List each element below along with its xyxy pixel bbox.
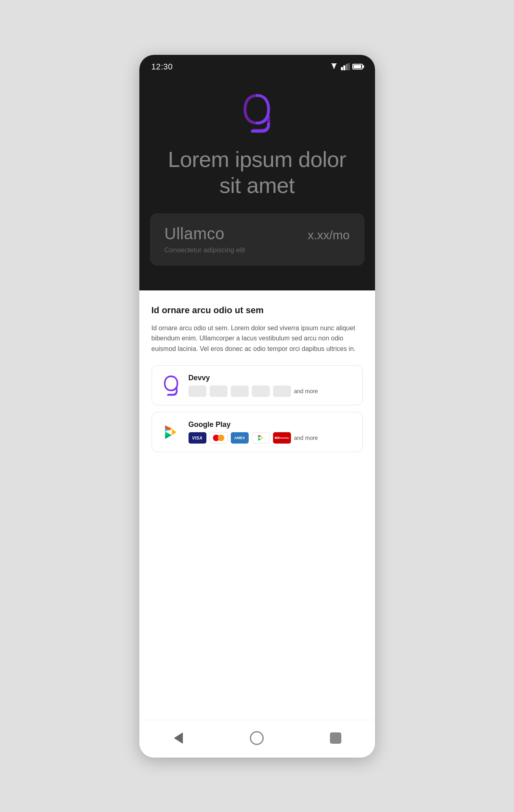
svg-rect-2 [346,64,348,70]
phone-frame: 12:30 [139,55,375,758]
svg-rect-1 [343,65,345,70]
pricing-subtitle: Consectetur adipiscing elit [165,246,350,254]
status-icons [330,63,363,70]
devvy-methods: and more [189,385,354,397]
hero-text: Lorem ipsum dolor sit amet [139,146,375,199]
nav-recents-button[interactable] [325,728,346,749]
home-icon [250,731,264,745]
status-bar: 12:30 [139,55,375,76]
app-logo [239,90,275,135]
devvy-info: Devvy and more [189,374,354,397]
wifi-icon [330,63,338,70]
svg-rect-0 [341,67,343,70]
google-play-methods: VISA AMEX [189,432,354,444]
devvy-chip-1 [189,385,206,397]
svg-marker-10 [261,436,263,440]
sheet-title: Id ornare arcu odio ut sem [152,305,363,316]
google-play-icon-wrapper [161,422,181,442]
pricing-card: Ullamco x.xx/mo Consectetur adipiscing e… [150,213,364,266]
back-icon [174,732,183,744]
visa-chip: VISA [189,432,206,444]
status-time: 12:30 [152,62,173,71]
amex-chip: AMEX [231,432,249,444]
recents-icon [330,732,341,744]
nav-home-button[interactable] [246,728,267,749]
svg-marker-6 [171,429,176,435]
signal-icon [341,63,350,70]
google-play-and-more: and more [294,435,318,441]
devvy-name: Devvy [189,374,354,382]
nav-back-button[interactable] [168,728,189,749]
svg-marker-5 [165,431,172,439]
svg-rect-3 [348,63,350,70]
nav-bar [139,720,375,758]
bottom-sheet: Id ornare arcu odio ut sem Id ornare arc… [139,290,375,720]
sheet-body: Id ornare arcu odio ut sem. Lorem dolor … [152,323,363,354]
devvy-icon-wrapper [161,375,181,396]
devvy-chip-4 [252,385,270,397]
devvy-logo-large [241,92,273,133]
devvy-payment-option[interactable]: Devvy and more [152,365,363,405]
gplay-chip [252,432,270,444]
pricing-plan: Ullamco [165,225,225,243]
devvy-and-more: and more [294,388,318,394]
google-play-name: Google Play [189,420,354,429]
devvy-small-icon [163,375,180,396]
svg-marker-9 [258,437,261,441]
pricing-amount: x.xx/mo [308,228,349,242]
unionpay-chip: 银联 UnionPay [273,432,291,444]
google-play-info: Google Play VISA AMEX [189,420,354,444]
devvy-chip-3 [231,385,249,397]
google-play-payment-option[interactable]: Google Play VISA AMEX [152,412,363,452]
devvy-chip-2 [210,385,228,397]
devvy-chip-5 [273,385,291,397]
dark-section: 12:30 [139,55,375,290]
battery-icon [352,64,363,69]
mastercard-chip [210,432,228,444]
google-play-icon [162,423,180,441]
